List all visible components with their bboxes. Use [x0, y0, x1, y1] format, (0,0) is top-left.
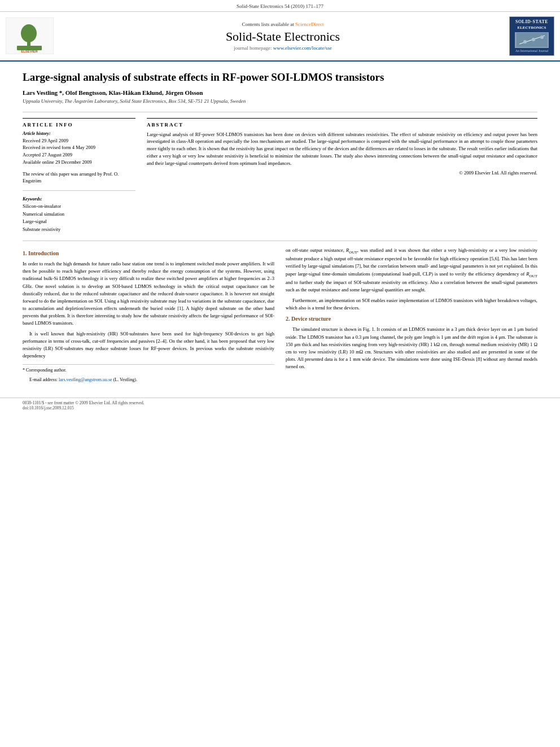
article-info-abstract: ARTICLE INFO Article history: Received 2…	[23, 118, 537, 234]
contents-label: Contents lists available at	[242, 21, 294, 27]
elsevier-logo: ELSEVIER	[6, 18, 56, 55]
elsevier-logo-svg: ELSEVIER	[6, 18, 54, 54]
top-bar: Solid-State Electronics 54 (2010) 171–17…	[0, 0, 560, 12]
affiliation: Uppsala University, The Ångström Laborat…	[23, 98, 537, 104]
article-title: Large-signal analysis of substrate effec…	[23, 71, 537, 85]
keyword-2: Numerical simulation	[23, 211, 135, 219]
logo-title: SOLID-STATE	[515, 19, 548, 25]
keyword-3: Large-signal	[23, 218, 135, 226]
section2-heading: 2. Device structure	[286, 314, 537, 324]
copyright: © 2009 Elsevier Ltd. All rights reserved…	[147, 170, 537, 176]
homepage-url[interactable]: www.elsevier.com/locate/sse	[273, 45, 332, 51]
received-1: Received 29 April 2009	[23, 137, 135, 145]
authors: Lars Vestling *, Olof Bengtsson, Klas-Hå…	[23, 89, 537, 96]
sciencedirect-line: Contents lists available at ScienceDirec…	[62, 21, 504, 27]
divider-keywords	[23, 190, 135, 191]
footnote-corresponding: * Corresponding author.	[23, 367, 274, 374]
journal-header: ELSEVIER Contents lists available at Sci…	[0, 12, 560, 62]
footnote-email-address[interactable]: lars.vestling@angstrom.uu.se	[59, 377, 112, 382]
history-label: Article history:	[23, 131, 135, 136]
logo-image	[515, 32, 549, 48]
logo-graphic	[517, 33, 548, 47]
sciencedirect-link[interactable]: ScienceDirect	[295, 21, 323, 27]
header-center: Contents lists available at ScienceDirec…	[62, 21, 504, 51]
body-section: 1. Introduction In order to reach the hi…	[23, 247, 537, 387]
footnote-email-note: (L. Vestling).	[113, 377, 137, 382]
svg-point-7	[523, 40, 527, 43]
license-doi: doi:10.1016/j.sse.2009.12.015	[23, 405, 74, 410]
journal-title: Solid-State Electronics	[62, 29, 504, 44]
logo-tagline: An International Journal	[515, 49, 549, 53]
abstract: ABSTRACT Large-signal analysis of RF-pow…	[147, 118, 537, 234]
accepted: Accepted 27 August 2009	[23, 151, 135, 159]
license-bar: 0038-1101/$ - see front matter © 2009 El…	[0, 397, 560, 413]
body-col-left: 1. Introduction In order to reach the hi…	[23, 247, 274, 387]
svg-point-2	[21, 24, 37, 42]
footnote-area: * Corresponding author. E-mail address: …	[23, 364, 274, 383]
journal-homepage: journal homepage: www.elsevier.com/locat…	[62, 45, 504, 51]
available-online: Available online 29 December 2009	[23, 159, 135, 166]
intro-para-4: Furthermore, an implementation on SOI en…	[286, 297, 537, 312]
keyword-1: Silicon-on-insulator	[23, 203, 135, 211]
section1-heading: 1. Introduction	[23, 249, 274, 258]
body-col-right: on off-state output resistance, ROUT, wa…	[286, 247, 537, 387]
intro-para-2: It is well known that high-resistivity (…	[23, 330, 274, 360]
intro-para-3: on off-state output resistance, ROUT, wa…	[286, 247, 537, 294]
svg-point-8	[532, 38, 535, 41]
keyword-4: Substrate resistivity	[23, 226, 135, 234]
main-content: Large-signal analysis of substrate effec…	[0, 62, 560, 395]
journal-citation: Solid-State Electronics 54 (2010) 171–17…	[237, 3, 323, 9]
keywords-list: Silicon-on-insulatorNumerical simulation…	[23, 203, 135, 233]
license-text: 0038-1101/$ - see front matter © 2009 El…	[23, 400, 145, 405]
received-2: Received in revised form 4 May 2009	[23, 144, 135, 151]
logo-subtitle: ELECTRONICS	[518, 25, 546, 30]
abstract-text: Large-signal analysis of RF-power SOI-LD…	[147, 131, 537, 167]
keywords-label: Keywords:	[23, 196, 135, 202]
svg-point-9	[540, 36, 544, 39]
intro-para-1: In order to reach the high demands for f…	[23, 260, 274, 327]
footnote-email: E-mail address: lars.vestling@angstrom.u…	[23, 377, 274, 383]
abstract-heading: ABSTRACT	[147, 122, 537, 128]
review-note: The review of this paper was arranged by…	[23, 171, 135, 185]
divider-1	[23, 112, 537, 112]
device-para-1: The simulated structure is shown in Fig.…	[286, 326, 537, 370]
svg-text:ELSEVIER: ELSEVIER	[21, 50, 38, 53]
divider-2	[23, 241, 537, 241]
article-info-heading: ARTICLE INFO	[23, 122, 135, 128]
ss-electronics-logo: SOLID-STATE ELECTRONICS An International…	[509, 16, 554, 56]
article-info: ARTICLE INFO Article history: Received 2…	[23, 118, 135, 234]
